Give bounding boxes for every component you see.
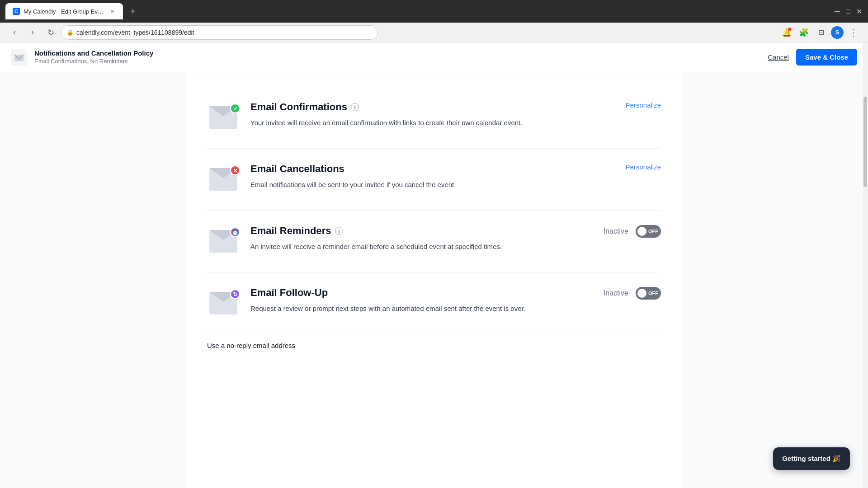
email-reminders-inactive-label: Inactive	[604, 227, 628, 235]
email-reminders-toggle-text: OFF	[648, 229, 658, 234]
tab-close-button[interactable]: ✕	[108, 8, 116, 15]
email-confirmations-info-icon[interactable]: ℹ	[351, 103, 359, 111]
email-reminders-toggle-group: Inactive OFF	[604, 225, 661, 238]
scrollbar-track[interactable]	[863, 42, 868, 488]
main-content: ✓ Email Confirmations ℹ Your invitee wil…	[0, 72, 868, 488]
menu-button[interactable]: ⋮	[846, 25, 861, 40]
header-bar: Notifications and Cancellation Policy Em…	[0, 42, 868, 72]
address-input[interactable]: 🔒 calendly.com/event_types/161108899/edi…	[61, 25, 378, 40]
new-tab-button[interactable]: +	[127, 5, 139, 18]
email-confirmations-icon: ✓	[207, 101, 240, 134]
email-followup-text: Email Follow-Up Request a review or prom…	[250, 287, 593, 314]
email-reminders-toggle[interactable]: OFF	[636, 225, 661, 238]
email-followup-inactive-label: Inactive	[604, 289, 628, 297]
email-reminders-icon: ⏰	[207, 225, 240, 258]
window-minimize-button[interactable]: ─	[834, 8, 841, 15]
toast-label: Getting started 🎉	[782, 455, 841, 463]
url-text: calendly.com/event_types/161108899/edit	[76, 29, 194, 36]
no-reply-note: Use a no-reply email address	[207, 342, 295, 349]
email-confirmations-personalize-link[interactable]: Personalize	[626, 101, 661, 109]
tab-favicon: C	[13, 8, 20, 15]
window-close-button[interactable]: ✕	[855, 8, 863, 15]
bottom-note: Use a no-reply email address	[207, 334, 661, 357]
header-section-subtitle: Email Confirmations, No Reminders	[34, 58, 153, 65]
email-cancellations-desc: Email notifications will be sent to your…	[250, 179, 615, 190]
email-confirmations-text: Email Confirmations ℹ Your invitee will …	[250, 101, 615, 128]
email-cancellations-icon: ✕	[207, 163, 240, 196]
scrollbar-thumb[interactable]	[863, 97, 867, 187]
email-reminders-info-icon[interactable]: ℹ	[335, 227, 343, 235]
content-inner: ✓ Email Confirmations ℹ Your invitee wil…	[185, 72, 683, 488]
email-followup-toggle-text: OFF	[648, 291, 658, 296]
email-cancellations-section: ✕ Email Cancellations Email notification…	[207, 149, 661, 211]
email-followup-toggle[interactable]: OFF	[636, 287, 661, 300]
email-confirmations-section: ✓ Email Confirmations ℹ Your invitee wil…	[207, 87, 661, 149]
email-cancellations-text: Email Cancellations Email notifications …	[250, 163, 615, 190]
tab-title: My Calendly - Edit Group Event	[24, 8, 105, 15]
split-view-button[interactable]: ⊡	[814, 25, 828, 40]
forward-button[interactable]: ›	[25, 25, 40, 40]
profile-avatar[interactable]: S	[831, 26, 844, 39]
browser-tab[interactable]: C My Calendly - Edit Group Event ✕	[5, 3, 123, 19]
email-followup-desc: Request a review or prompt next steps wi…	[250, 303, 593, 314]
browser-chrome: C My Calendly - Edit Group Event ✕ + ─ □…	[0, 0, 868, 23]
email-reminders-section: ⏰ Email Reminders ℹ An invitee will rece…	[207, 211, 661, 272]
header-texts: Notifications and Cancellation Policy Em…	[34, 49, 153, 65]
extensions-bell-button[interactable]: 🔔	[779, 25, 794, 40]
email-followup-toggle-group: Inactive OFF	[604, 287, 661, 300]
email-reminders-toggle-knob	[637, 227, 646, 236]
email-followup-toggle-knob	[637, 289, 646, 298]
address-bar: ‹ › ↻ 🔒 calendly.com/event_types/1611088…	[0, 23, 868, 42]
email-cancellations-personalize-link[interactable]: Personalize	[626, 163, 661, 171]
reload-button[interactable]: ↻	[43, 25, 58, 40]
page-wrapper: Notifications and Cancellation Policy Em…	[0, 42, 868, 488]
window-maximize-button[interactable]: □	[844, 8, 852, 15]
extensions-puzzle-button[interactable]: 🧩	[797, 25, 811, 40]
header-section-icon	[11, 49, 27, 66]
email-reminders-text: Email Reminders ℹ An invitee will receiv…	[250, 225, 593, 252]
email-confirmations-title: Email Confirmations	[250, 101, 347, 113]
email-reminders-desc: An invitee will receive a reminder email…	[250, 241, 593, 252]
header-section-title: Notifications and Cancellation Policy	[34, 49, 153, 57]
email-confirmations-desc: Your invitee will receive an email confi…	[250, 117, 615, 128]
save-close-button[interactable]: Save & Close	[796, 49, 857, 66]
email-followup-section: ↻ Email Follow-Up Request a review or pr…	[207, 272, 661, 334]
getting-started-toast[interactable]: Getting started 🎉	[773, 447, 850, 470]
email-cancellations-title: Email Cancellations	[250, 163, 344, 175]
email-followup-title: Email Follow-Up	[250, 287, 328, 299]
back-button[interactable]: ‹	[7, 25, 22, 40]
email-followup-icon: ↻	[207, 287, 240, 319]
cancel-button[interactable]: Cancel	[768, 53, 789, 61]
email-reminders-title: Email Reminders	[250, 225, 331, 237]
